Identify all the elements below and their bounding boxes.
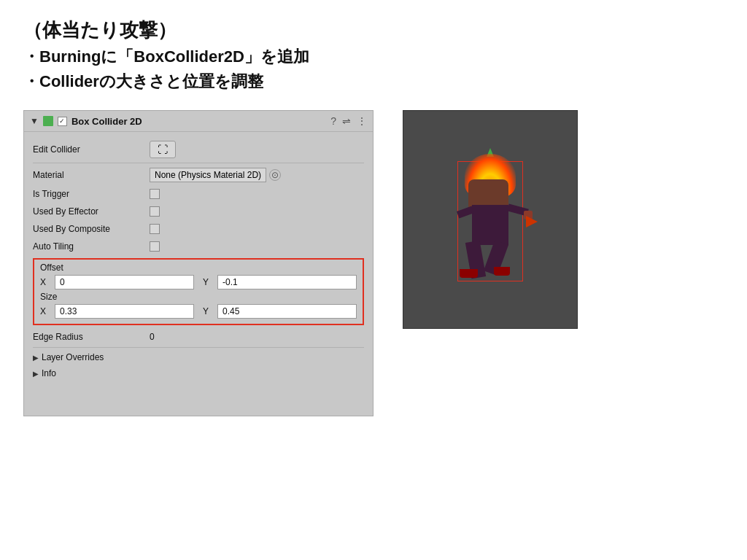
- used-by-effector-label: Used By Effector: [33, 206, 150, 217]
- inspector-body: Edit Collider ⛶ Material None (Physics M…: [24, 132, 373, 387]
- layer-overrides-row[interactable]: ▶ Layer Overrides: [33, 349, 364, 365]
- component-header: ▼ Box Collider 2D ? ⇌ ⋮: [24, 111, 373, 132]
- more-options-icon[interactable]: ⋮: [357, 115, 367, 127]
- layer-overrides-arrow-icon: ▶: [33, 354, 39, 362]
- foot-left: [460, 269, 478, 278]
- is-trigger-label: Is Trigger: [33, 189, 150, 199]
- header-section: （体当たり攻撃） ・Burningに「BoxCollider2D」を追加 ・Co…: [23, 18, 724, 93]
- size-label: Size: [40, 292, 357, 302]
- offset-label: Offset: [40, 262, 357, 273]
- settings-icon[interactable]: ⇌: [342, 115, 351, 127]
- main-content: ▼ Box Collider 2D ? ⇌ ⋮ Edit Collider ⛶: [23, 110, 724, 416]
- edge-radius-label: Edge Radius: [33, 332, 150, 342]
- info-arrow-icon: ▶: [33, 370, 39, 378]
- edit-collider-label: Edit Collider: [33, 144, 150, 155]
- pixel-character: [446, 154, 534, 285]
- edge-radius-value: 0: [150, 332, 364, 342]
- material-row: Material None (Physics Material 2D) ⊙: [33, 165, 364, 185]
- game-preview: [403, 110, 578, 329]
- foot-right: [494, 267, 510, 276]
- component-title: Box Collider 2D: [71, 116, 326, 127]
- offset-size-section: Offset X Y Size X Y: [33, 258, 364, 325]
- offset-y-input[interactable]: [217, 275, 357, 289]
- component-icon: [43, 116, 53, 126]
- bullet-2: ・Colliderの大きさと位置を調整: [23, 71, 724, 93]
- page-title: （体当たり攻撃）: [23, 18, 724, 43]
- edit-collider-row: Edit Collider ⛶: [33, 138, 364, 161]
- auto-tiling-row: Auto Tiling: [33, 238, 364, 255]
- layer-overrides-label: Layer Overrides: [42, 352, 104, 362]
- is-trigger-checkbox[interactable]: [150, 189, 160, 199]
- size-y-input[interactable]: [217, 304, 357, 319]
- attack-arrow-icon: [526, 216, 538, 228]
- bullet-1-text: ・Burningに「BoxCollider2D」を追加: [23, 46, 309, 68]
- collider-edit-icon: ⛶: [158, 144, 168, 155]
- divider-2: [33, 347, 364, 348]
- edit-collider-button[interactable]: ⛶: [150, 141, 176, 158]
- auto-tiling-checkbox[interactable]: [150, 241, 160, 252]
- help-icon[interactable]: ?: [330, 115, 336, 127]
- auto-tiling-label: Auto Tiling: [33, 241, 150, 252]
- head-base: [468, 179, 508, 209]
- is-trigger-row: Is Trigger: [33, 185, 364, 203]
- info-row[interactable]: ▶ Info: [33, 365, 364, 381]
- bullet-1: ・Burningに「BoxCollider2D」を追加: [23, 46, 724, 68]
- bullet-2-text: ・Colliderの大きさと位置を調整: [23, 71, 263, 93]
- offset-x-input[interactable]: [55, 275, 194, 289]
- component-enabled-checkbox[interactable]: [58, 117, 67, 126]
- body-torso: [472, 205, 508, 245]
- collapse-arrow-icon[interactable]: ▼: [30, 116, 39, 126]
- target-icon[interactable]: ⊙: [269, 169, 281, 181]
- used-by-composite-label: Used By Composite: [33, 224, 150, 234]
- used-by-composite-checkbox[interactable]: [150, 224, 160, 234]
- size-x-label: X: [40, 306, 52, 316]
- edge-radius-row: Edge Radius 0: [33, 328, 364, 346]
- material-value: None (Physics Material 2D): [150, 168, 266, 182]
- offset-x-label: X: [40, 277, 52, 287]
- divider-1: [33, 163, 364, 163]
- material-label: Material: [33, 170, 150, 180]
- used-by-effector-row: Used By Effector: [33, 203, 364, 220]
- offset-xy-row: X Y: [40, 275, 357, 289]
- header-icons: ? ⇌ ⋮: [330, 115, 367, 127]
- material-field: None (Physics Material 2D) ⊙: [150, 168, 281, 182]
- inspector-panel: ▼ Box Collider 2D ? ⇌ ⋮ Edit Collider ⛶: [23, 110, 374, 416]
- info-label: Info: [42, 368, 56, 378]
- offset-y-label: Y: [203, 277, 214, 287]
- used-by-composite-row: Used By Composite: [33, 220, 364, 238]
- size-y-label: Y: [203, 306, 214, 316]
- size-x-input[interactable]: [55, 304, 194, 319]
- used-by-effector-checkbox[interactable]: [150, 206, 160, 217]
- size-xy-row: X Y: [40, 304, 357, 319]
- character-container: [446, 154, 534, 285]
